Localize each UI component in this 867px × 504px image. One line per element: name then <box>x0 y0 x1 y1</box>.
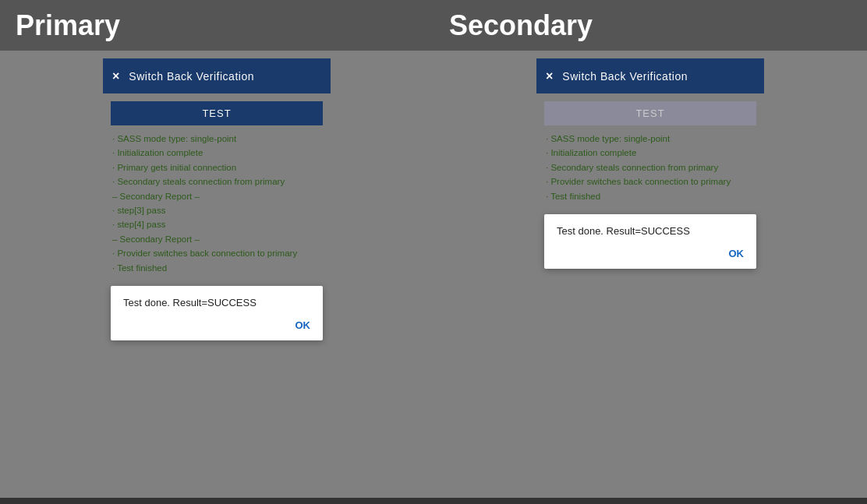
primary-result-text: Test done. Result=SUCCESS <box>123 297 310 308</box>
log-line: · SASS mode type: single-point <box>112 132 321 146</box>
primary-bottom-bar <box>0 498 434 504</box>
secondary-dialog-container: × Switch Back Verification TEST · SASS m… <box>536 58 764 498</box>
secondary-test-button: TEST <box>544 101 756 125</box>
secondary-result-text: Test done. Result=SUCCESS <box>557 225 744 237</box>
secondary-header: Secondary <box>434 0 867 51</box>
log-line: · step[4] pass <box>112 217 321 231</box>
log-line: · Secondary steals connection from prima… <box>112 174 321 189</box>
primary-log-area: · SASS mode type: single-point· Initiali… <box>103 130 331 277</box>
primary-dialog-content: TEST · SASS mode type: single-point· Ini… <box>103 93 331 498</box>
primary-dialog-container: × Switch Back Verification TEST · SASS m… <box>103 58 331 498</box>
log-line: · Provider switches back connection to p… <box>546 174 755 189</box>
secondary-result-dialog: Test done. Result=SUCCESS OK <box>544 214 756 269</box>
log-line: · Initialization complete <box>546 146 755 160</box>
primary-dialog-title: Switch Back Verification <box>129 70 254 83</box>
secondary-dialog-title: Switch Back Verification <box>562 70 688 83</box>
secondary-body: × Switch Back Verification TEST · SASS m… <box>434 51 867 498</box>
secondary-panel: Secondary × Switch Back Verification TES… <box>434 0 867 504</box>
primary-body: × Switch Back Verification TEST · SASS m… <box>0 51 434 498</box>
secondary-dialog-content: TEST · SASS mode type: single-point· Ini… <box>536 93 764 498</box>
primary-ok-button[interactable]: OK <box>123 319 310 334</box>
log-line: · Initialization complete <box>112 146 321 160</box>
log-line: – Secondary Report – <box>112 232 321 246</box>
primary-header: Primary <box>0 0 434 51</box>
primary-close-icon[interactable]: × <box>112 69 119 83</box>
log-line: · SASS mode type: single-point <box>546 132 755 146</box>
primary-dialog-titlebar: × Switch Back Verification <box>103 58 331 93</box>
secondary-ok-button[interactable]: OK <box>557 248 744 263</box>
primary-title: Primary <box>16 9 120 42</box>
secondary-bottom-bar <box>434 498 867 504</box>
log-line: · Test finished <box>112 261 321 275</box>
primary-test-button[interactable]: TEST <box>111 101 323 125</box>
log-line: · Test finished <box>546 189 755 203</box>
secondary-dialog-titlebar: × Switch Back Verification <box>536 58 764 93</box>
log-line: · Primary gets initial connection <box>112 160 321 174</box>
secondary-title: Secondary <box>449 9 593 42</box>
log-line: · Secondary steals connection from prima… <box>546 160 755 174</box>
secondary-close-icon[interactable]: × <box>546 69 553 83</box>
log-line: · step[3] pass <box>112 203 321 217</box>
log-line: · Provider switches back connection to p… <box>112 246 321 260</box>
log-line: – Secondary Report – <box>112 189 321 203</box>
primary-result-dialog: Test done. Result=SUCCESS OK <box>111 286 323 340</box>
primary-panel: Primary × Switch Back Verification TEST … <box>0 0 434 504</box>
secondary-log-area: · SASS mode type: single-point· Initiali… <box>536 130 764 205</box>
